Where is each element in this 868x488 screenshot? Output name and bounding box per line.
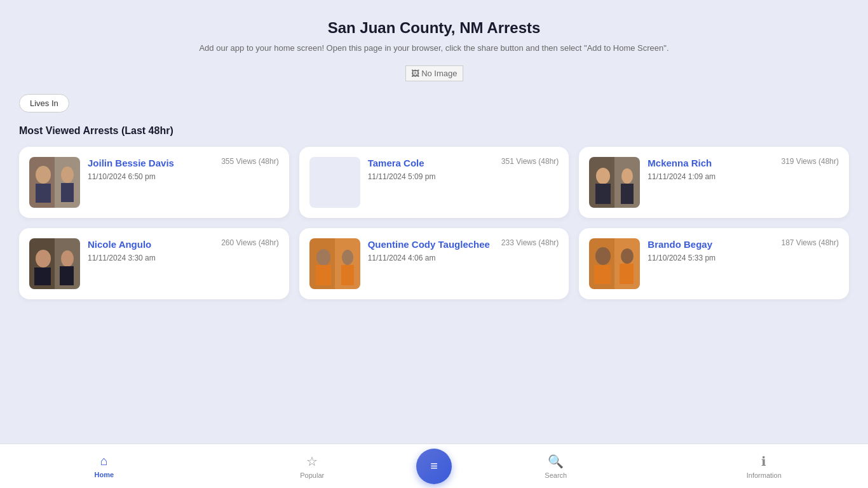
info-icon: ℹ — [761, 454, 766, 469]
arrest-date-mckenna: 11/11/2024 1:09 am — [648, 172, 839, 181]
page-subtitle: Add our app to your home screen! Open th… — [13, 43, 855, 53]
nav-popular[interactable]: ☆ Popular — [208, 454, 417, 479]
nav-information-label: Information — [747, 471, 782, 479]
arrest-date-quentine: 11/11/2024 4:06 am — [368, 254, 559, 262]
svg-point-4 — [61, 166, 74, 183]
svg-point-23 — [342, 250, 353, 265]
arrests-grid: Joilin Bessie Davis 11/10/2024 6:50 pm 3… — [13, 147, 855, 299]
svg-rect-16 — [34, 268, 51, 285]
arrest-views-joilin: 355 Views (48hr) — [221, 157, 279, 166]
nav-popular-label: Popular — [300, 471, 324, 479]
no-image-text: 🖼 No Image — [405, 65, 463, 81]
home-icon: ⌂ — [100, 454, 108, 468]
arrest-card-joilin[interactable]: Joilin Bessie Davis 11/10/2024 6:50 pm 3… — [19, 147, 289, 218]
page-title: San Juan County, NM Arrests — [13, 19, 855, 37]
bottom-nav: ⌂ Home ☆ Popular ≡ 🔍 Search ℹ Informatio… — [0, 444, 868, 488]
search-icon: 🔍 — [548, 454, 564, 469]
nav-home[interactable]: ⌂ Home — [0, 454, 208, 478]
arrest-date-brando: 11/10/2024 5:33 pm — [648, 254, 839, 262]
arrest-photo-tamera — [309, 157, 360, 208]
svg-rect-12 — [621, 184, 634, 204]
arrest-date-joilin: 11/10/2024 6:50 pm — [88, 172, 279, 181]
nav-information[interactable]: ℹ Information — [660, 454, 869, 479]
arrest-card-brando[interactable]: Brando Begay 11/10/2024 5:33 pm 187 View… — [579, 228, 849, 299]
arrest-photo-nicole — [29, 238, 80, 289]
svg-rect-24 — [341, 265, 354, 285]
arrest-card-quentine[interactable]: Quentine Cody Tauglechee 11/11/2024 4:06… — [299, 228, 569, 299]
svg-rect-22 — [316, 265, 331, 285]
arrest-photo-brando — [589, 238, 640, 289]
svg-point-2 — [36, 166, 51, 184]
nav-center-button[interactable]: ≡ — [416, 449, 452, 484]
svg-point-21 — [316, 249, 330, 266]
svg-point-29 — [621, 248, 634, 264]
filter-icon: ≡ — [430, 459, 438, 473]
arrest-card-nicole[interactable]: Nicole Angulo 11/11/2024 3:30 am 260 Vie… — [19, 228, 289, 299]
svg-rect-28 — [594, 265, 611, 284]
arrest-card-mckenna[interactable]: Mckenna Rich 11/11/2024 1:09 am 319 View… — [579, 147, 849, 218]
no-image-section: 🖼 No Image — [13, 65, 855, 81]
lives-in-filter[interactable]: Lives In — [19, 94, 69, 112]
arrest-card-tamera[interactable]: Tamera Cole 11/11/2024 5:09 pm 351 Views… — [299, 147, 569, 218]
arrest-views-quentine: 233 Views (48hr) — [501, 238, 559, 247]
arrest-date-nicole: 11/11/2024 3:30 am — [88, 254, 279, 262]
arrest-views-brando: 187 Views (48hr) — [781, 238, 839, 247]
star-icon: ☆ — [306, 454, 318, 469]
section-title: Most Viewed Arrests (Last 48hr) — [13, 125, 855, 137]
svg-rect-10 — [595, 184, 611, 204]
svg-rect-30 — [620, 264, 634, 284]
svg-point-15 — [36, 250, 51, 268]
svg-point-17 — [61, 250, 74, 267]
arrest-photo-joilin — [29, 157, 80, 208]
arrest-views-nicole: 260 Views (48hr) — [221, 238, 279, 247]
arrest-date-tamera: 11/11/2024 5:09 pm — [368, 172, 559, 181]
svg-rect-18 — [60, 266, 74, 285]
arrest-views-mckenna: 319 Views (48hr) — [781, 157, 839, 166]
svg-rect-3 — [36, 184, 51, 203]
svg-rect-6 — [309, 157, 360, 208]
filter-section: Lives In — [13, 94, 855, 112]
arrest-photo-quentine — [309, 238, 360, 289]
nav-search[interactable]: 🔍 Search — [452, 454, 660, 479]
arrest-views-tamera: 351 Views (48hr) — [501, 157, 559, 166]
svg-point-9 — [596, 168, 610, 184]
svg-point-11 — [621, 168, 633, 184]
arrest-photo-mckenna — [589, 157, 640, 208]
svg-point-27 — [595, 247, 611, 265]
nav-home-label: Home — [94, 471, 114, 478]
svg-rect-5 — [61, 183, 74, 202]
nav-search-label: Search — [545, 471, 567, 479]
